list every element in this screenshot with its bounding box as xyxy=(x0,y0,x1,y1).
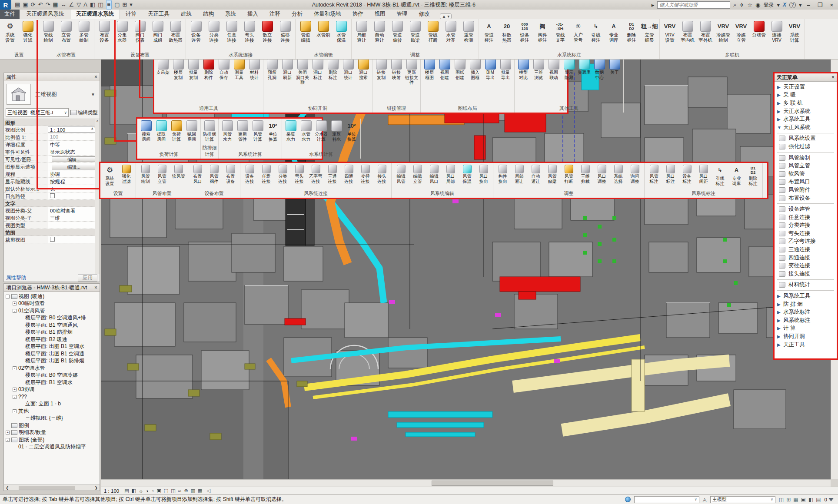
button-专业词库[interactable]: A专业 词库 xyxy=(728,164,745,186)
button-阀件标注[interactable]: 阀阀件 标注 xyxy=(534,20,551,43)
tree-item[interactable]: 楼层平面: B1 空调水 xyxy=(4,379,100,386)
tab-建筑[interactable]: 建筑 xyxy=(175,9,197,19)
default-3d-view-icon[interactable]: ◧ xyxy=(90,0,95,9)
tree-item[interactable]: 楼层平面: B1 空调通风 xyxy=(4,322,100,329)
tab-系统[interactable]: 系统 xyxy=(219,9,242,19)
menu-item-风系统工具[interactable]: ▶风系统工具 xyxy=(775,292,837,300)
edit-type-button[interactable]: 编辑类型 xyxy=(70,109,98,116)
temporary-hide-icon[interactable]: ∞ xyxy=(178,488,182,494)
save-icon[interactable]: ▣ xyxy=(23,0,28,9)
menu-item-水系统标注[interactable]: ▶水系统标注 xyxy=(775,308,837,316)
tag-icon[interactable]: ▽ xyxy=(76,0,81,9)
button-单位换算[interactable]: 10²单位 换算 xyxy=(266,119,280,142)
button-删除标注[interactable]: D1 D2删除 标注 xyxy=(745,164,761,186)
button-显示隐藏[interactable]: 显示 隐藏 xyxy=(562,58,576,80)
button-视图联动[interactable]: 视图 联动 xyxy=(546,58,561,80)
apply-button[interactable]: 应用 xyxy=(78,274,97,282)
menu-item-多联机[interactable]: ▶多 联 机 xyxy=(775,99,837,107)
button-支吊架[interactable]: 支吊架 xyxy=(156,58,170,75)
view-scale-button[interactable]: 1 : 100 xyxy=(104,488,122,494)
prop-section-文字[interactable]: 文字⌃ xyxy=(4,200,100,207)
button-风管贴梁[interactable]: 风管 贴梁 xyxy=(544,164,560,184)
button-删除标注[interactable]: 删除 标注 xyxy=(326,58,340,80)
button-布置设备[interactable]: 布置 设备 xyxy=(223,164,239,184)
button-洞口刷新[interactable]: 洞口 刷新 xyxy=(280,58,295,80)
crop-view-icon[interactable]: ▣ xyxy=(156,488,161,494)
button-弯头连接[interactable]: 弯头 连接 xyxy=(291,164,307,184)
panel-toggle-icon[interactable]: ▲ ▾ xyxy=(440,13,452,19)
measure-icon[interactable]: ↔ xyxy=(61,0,67,9)
redo-icon[interactable]: ↷ xyxy=(45,0,50,9)
search-icon[interactable]: ⌕ xyxy=(733,1,736,8)
tree-item[interactable]: 立面: 立面 1 - b xyxy=(4,401,100,408)
button-系统设置[interactable]: ⚙系统 设置 xyxy=(1,20,19,43)
button-分类连接[interactable]: 分类 连接 xyxy=(205,20,223,43)
button-洞口统计[interactable]: 洞口 统计 xyxy=(341,58,356,80)
menu-item-水系统工具[interactable]: ▶水系统工具 xyxy=(775,115,837,123)
restore-button[interactable]: ❐ xyxy=(815,2,825,8)
tree-item[interactable]: 楼层平面: B2 暖通 xyxy=(4,336,100,343)
tab-天正工具[interactable]: 天正工具 xyxy=(142,9,175,19)
button-搜索房间[interactable]: 搜索 房间 xyxy=(139,119,153,142)
button-布置室内机[interactable]: 布置 室内机 xyxy=(679,20,696,43)
prop-value[interactable]: 按规程 xyxy=(48,178,100,185)
prop-value[interactable]: 协调 xyxy=(48,170,100,177)
button-专业词库[interactable]: A专业 词库 xyxy=(605,20,622,43)
tree-item[interactable]: -其他 xyxy=(4,408,100,415)
menu-item-天正水系统[interactable]: ▶天正水系统 xyxy=(775,107,837,116)
menu-item-弯头连接[interactable]: 弯头连接 xyxy=(775,229,837,238)
button-乙字弯连接[interactable]: 乙字弯 连接 xyxy=(308,164,324,184)
button-水管水力[interactable]: 水管 水力 xyxy=(299,119,313,142)
button-管道编辑[interactable]: 管道 编辑 xyxy=(297,20,314,43)
button-提取房间[interactable]: 提取 房间 xyxy=(154,119,169,142)
menu-item-四通连接[interactable]: 四通连接 xyxy=(775,254,837,262)
button-防排烟计算[interactable]: 防排烟 计算 xyxy=(202,119,217,142)
button-布置散热器[interactable]: 布置 散热器 xyxy=(167,20,184,43)
tab-注释[interactable]: 注释 xyxy=(264,9,286,19)
menu-item-强化过滤[interactable]: 强化过滤 xyxy=(775,143,837,151)
button-风口局部[interactable]: 风口 局部 xyxy=(442,164,459,184)
button-风管水力[interactable]: 风管 水力 xyxy=(220,119,235,142)
button-更新链接文件[interactable]: 更新 链接文件 xyxy=(404,58,419,85)
button-更新管件[interactable]: 更新 管件 xyxy=(235,119,250,142)
show-crop-icon[interactable]: ⬚ xyxy=(164,488,168,494)
menu-item-风系统标注[interactable]: ▶风系统标注 xyxy=(775,316,837,325)
prop-value[interactable]: 中等 xyxy=(48,141,100,148)
button-BIM导出[interactable]: BIM 导出 xyxy=(483,58,498,80)
expand-icon[interactable]: - xyxy=(13,395,17,399)
expand-icon[interactable]: + xyxy=(6,431,10,434)
menu-item-任意连接[interactable]: 任意连接 xyxy=(775,213,837,222)
tree-item[interactable]: -视图 (暖通) xyxy=(4,293,100,300)
button-定压补水[interactable]: 定压 补水 xyxy=(329,119,344,142)
menu-item-风管立管[interactable]: 风管立管 xyxy=(775,162,837,170)
button-风管阀件[interactable]: 风管 阀件 xyxy=(206,164,222,184)
menu-item-风管绘制[interactable]: 风管绘制 xyxy=(775,154,837,162)
project-browser-close-icon[interactable]: × xyxy=(94,285,97,291)
button-风管立管[interactable]: 风管 立管 xyxy=(154,164,170,184)
button-单位换算[interactable]: 10²单位 换算 xyxy=(344,119,359,142)
tab-结构[interactable]: 结构 xyxy=(197,9,219,19)
button-视图创建[interactable]: 视图 创建 xyxy=(437,58,452,80)
tab-计算[interactable]: 计算 xyxy=(120,9,142,19)
button-分水器计算[interactable]: 分水器 计算 xyxy=(314,119,329,142)
button-批量导出[interactable]: 批量 导出 xyxy=(498,58,513,80)
menu-item-天正工具[interactable]: ▶天正工具 xyxy=(775,341,837,349)
button-自动避让[interactable]: 自动 避让 xyxy=(528,164,544,184)
revit-logo[interactable]: R xyxy=(0,0,11,10)
expand-icon[interactable]: + xyxy=(13,388,17,391)
button-变径连接[interactable]: 变径 连接 xyxy=(357,164,373,184)
button-风管绘制[interactable]: 风管 绘制 xyxy=(137,164,153,184)
button-VRV设置[interactable]: VRVVRV 设置 xyxy=(661,20,678,43)
type-caret-icon[interactable]: ▼ xyxy=(91,92,95,97)
menu-item-材料统计[interactable]: 材料统计 xyxy=(775,281,837,289)
button-测量工具[interactable]: 测量 工具 xyxy=(232,58,246,80)
checkbox[interactable] xyxy=(50,237,55,242)
menu-item-设备连管[interactable]: 设备连管 xyxy=(775,205,837,213)
menu-item-协同开洞[interactable]: ▶协同开洞 xyxy=(775,332,837,341)
prop-value[interactable]: 编辑... xyxy=(48,163,100,170)
shadows-icon[interactable]: ◑ xyxy=(146,488,149,494)
button-构件换向[interactable]: 构件 换向 xyxy=(495,164,511,184)
tree-item[interactable]: 楼层平面: 出图 B1 防排烟 xyxy=(4,358,100,365)
button-设备连接[interactable]: 设备 连接 xyxy=(242,164,258,184)
customize-qat-icon[interactable]: ▾ xyxy=(130,0,133,9)
